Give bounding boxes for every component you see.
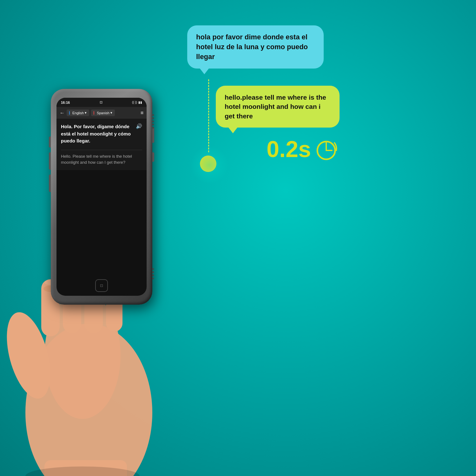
spanish-flag: ▎ <box>94 111 96 115</box>
phone-body: 16:16 ⊡ ((·)) ▮▮ ← ▎ English ▾ ▎ Spanish <box>51 89 152 305</box>
volume-up-button[interactable] <box>49 136 51 148</box>
language-to-dropdown-icon: ▾ <box>110 111 112 115</box>
app-toolbar: ← ▎ English ▾ ▎ Spanish ▾ ≡ <box>56 107 147 119</box>
dashed-line <box>208 79 209 152</box>
timer-clock-icon <box>314 136 339 162</box>
language-from-button[interactable]: ▎ English ▾ <box>67 109 89 116</box>
status-time: 16:16 <box>61 101 70 104</box>
translation-divider <box>61 150 142 150</box>
language-to-button[interactable]: ▎ Spanish ▾ <box>91 109 115 116</box>
status-bar: 16:16 ⊡ ((·)) ▮▮ <box>56 98 147 107</box>
volume-down-button[interactable] <box>49 152 51 170</box>
language-from-label: English <box>72 111 84 115</box>
glow-effect <box>190 146 228 184</box>
battery-icon: ▮▮ <box>138 101 142 104</box>
home-button-area[interactable]: ⊡ <box>95 279 108 292</box>
power-button[interactable] <box>152 127 154 143</box>
phone-device: 16:16 ⊡ ((·)) ▮▮ ← ▎ English ▾ ▎ Spanish <box>51 89 152 305</box>
side-button-mid <box>152 152 154 162</box>
primary-translation-text: Hola. Por favor, dígame dónde está el ho… <box>61 123 133 145</box>
speaker-button[interactable]: 🔊 <box>136 123 142 129</box>
speaker-dots-bottom <box>152 268 154 279</box>
home-icon: ⊡ <box>100 283 103 288</box>
language-to-label: Spanish <box>97 111 109 115</box>
spanish-bubble-text: hola por favor dime donde esta el hotel … <box>196 33 308 61</box>
translation-area: Hola. Por favor, dígame dónde está el ho… <box>56 119 147 170</box>
timer-container: 0.2s <box>267 136 339 162</box>
secondary-translation-text: Hello. Please tell me where is the hotel… <box>61 153 142 166</box>
back-button[interactable]: ← <box>60 110 65 116</box>
language-from-dropdown-icon: ▾ <box>85 111 87 115</box>
wifi-icon: ((·)) <box>132 101 137 104</box>
timer-value: 0.2s <box>267 138 311 161</box>
english-flag: ▎ <box>69 111 71 115</box>
menu-button[interactable]: ≡ <box>141 110 143 116</box>
translate-button[interactable] <box>49 175 51 192</box>
english-speech-bubble: hello.please tell me where is the hotel … <box>216 86 340 128</box>
speaker-dots-top <box>152 114 154 129</box>
status-icon-alarm: ⊡ <box>100 100 102 104</box>
spanish-speech-bubble: hola por favor dime donde esta el hotel … <box>187 25 324 69</box>
phone-screen: 16:16 ⊡ ((·)) ▮▮ ← ▎ English ▾ ▎ Spanish <box>56 98 147 296</box>
status-icons: ((·)) ▮▮ <box>132 101 142 104</box>
english-bubble-text: hello.please tell me where is the hotel … <box>225 94 326 120</box>
